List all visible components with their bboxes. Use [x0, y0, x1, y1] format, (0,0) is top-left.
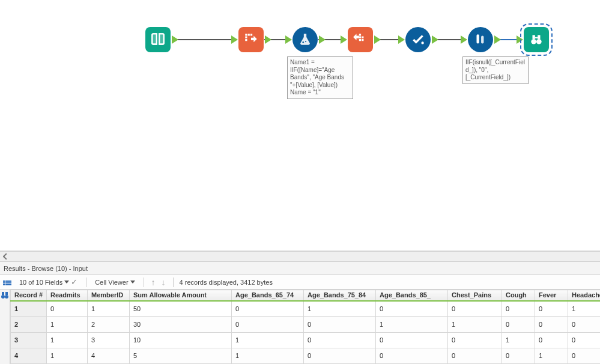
- table-cell[interactable]: 3: [11, 332, 47, 348]
- table-cell[interactable]: 2: [88, 317, 130, 332]
- fields-dropdown[interactable]: 10 of 10 Fields ✓: [17, 278, 80, 287]
- table-cell[interactable]: 1: [232, 332, 304, 348]
- svg-rect-9: [535, 37, 538, 38]
- binoculars-icon: [529, 32, 544, 47]
- crosstab-icon: [353, 32, 368, 47]
- table-cell[interactable]: 2: [11, 317, 47, 332]
- table-cell[interactable]: 0: [304, 317, 376, 332]
- formula-tool[interactable]: [292, 27, 318, 52]
- table-cell[interactable]: 0: [502, 301, 535, 317]
- table-cell[interactable]: 1: [47, 332, 88, 348]
- table-cell[interactable]: 0: [535, 332, 568, 348]
- table-cell[interactable]: 0: [376, 348, 448, 363]
- column-header[interactable]: Fever: [535, 290, 568, 301]
- table-cell[interactable]: 0: [502, 348, 535, 363]
- select-tool[interactable]: [405, 27, 431, 52]
- workflow-canvas[interactable]: Name1 = IIF([Name]="Age Bands", "Age Ban…: [0, 0, 600, 251]
- output-anchor[interactable]: [172, 35, 178, 44]
- table-cell[interactable]: 0: [568, 332, 601, 348]
- output-anchor[interactable]: [265, 35, 271, 44]
- column-header[interactable]: Sum Allowable Amount: [130, 290, 232, 301]
- column-header[interactable]: Record #: [11, 290, 47, 301]
- svg-point-1: [305, 41, 306, 42]
- table-cell[interactable]: 10: [130, 332, 232, 348]
- table-cell[interactable]: 1: [376, 317, 448, 332]
- separator: [173, 278, 174, 287]
- table-cell[interactable]: 0: [232, 317, 304, 332]
- output-anchor[interactable]: [494, 35, 501, 44]
- input-anchor[interactable]: [517, 35, 523, 44]
- table-cell[interactable]: 0: [376, 301, 448, 317]
- column-header[interactable]: Age_Bands_75_84: [304, 290, 376, 301]
- table-cell[interactable]: 0: [47, 301, 88, 317]
- output-anchor[interactable]: [432, 35, 438, 44]
- table-cell[interactable]: 0: [568, 317, 601, 332]
- input-anchor[interactable]: [398, 35, 405, 44]
- formula-annotation: Name1 = IIF([Name]="Age Bands", "Age Ban…: [287, 56, 353, 99]
- cell-viewer-dropdown[interactable]: Cell Viewer: [92, 278, 137, 287]
- input-data-tool[interactable]: [145, 27, 171, 52]
- browse-tool[interactable]: [524, 27, 549, 52]
- table-cell[interactable]: 1: [502, 332, 535, 348]
- svg-rect-18: [2, 292, 4, 295]
- input-anchor[interactable]: [285, 35, 292, 44]
- table-cell[interactable]: 0: [448, 301, 502, 317]
- column-header[interactable]: Age_Bands_65_74: [232, 290, 304, 301]
- table-cell[interactable]: 1: [568, 301, 601, 317]
- column-header[interactable]: MemberID: [88, 290, 130, 301]
- results-left-gutter: [0, 290, 10, 364]
- table-cell[interactable]: 0: [535, 301, 568, 317]
- table-row[interactable]: 41451000010: [11, 348, 601, 363]
- table-cell[interactable]: 1: [47, 348, 88, 363]
- results-table[interactable]: Record # Readmits MemberID Sum Allowable…: [10, 290, 600, 364]
- formula-annotation: IIF(isnull([_CurrentField_]), "0", [_Cur…: [462, 56, 529, 84]
- column-header[interactable]: Readmits: [47, 290, 88, 301]
- table-cell[interactable]: 50: [130, 301, 232, 317]
- sort-asc-button[interactable]: ↑: [150, 278, 157, 287]
- multifield-formula-tool[interactable]: [468, 27, 493, 52]
- table-row[interactable]: 101500100001: [11, 301, 601, 317]
- canvas-horizontal-scrollbar[interactable]: [0, 251, 600, 262]
- input-anchor[interactable]: [231, 35, 238, 44]
- table-cell[interactable]: 0: [376, 332, 448, 348]
- table-cell[interactable]: 0: [448, 348, 502, 363]
- transpose-tool[interactable]: [238, 27, 264, 52]
- table-cell[interactable]: 0: [304, 348, 376, 363]
- table-cell[interactable]: 1: [448, 317, 502, 332]
- input-anchor[interactable]: [461, 35, 467, 44]
- column-header[interactable]: Cough: [502, 290, 535, 301]
- svg-point-17: [5, 295, 8, 299]
- binoculars-icon[interactable]: [0, 291, 10, 299]
- table-cell[interactable]: 1: [88, 301, 130, 317]
- table-row[interactable]: 212300011000: [11, 317, 601, 332]
- sort-desc-button[interactable]: ↓: [160, 278, 167, 287]
- table-cell[interactable]: 0: [232, 301, 304, 317]
- table-cell[interactable]: 0: [568, 348, 601, 363]
- column-header[interactable]: Age_Bands_85_: [376, 290, 448, 301]
- list-view-icon[interactable]: [2, 280, 12, 286]
- input-anchor[interactable]: [341, 35, 347, 44]
- table-cell[interactable]: 1: [232, 348, 304, 363]
- table-cell[interactable]: 0: [304, 332, 376, 348]
- column-header[interactable]: Headache: [568, 290, 601, 301]
- scroll-left-button[interactable]: [0, 252, 11, 261]
- table-cell[interactable]: 1: [11, 301, 47, 317]
- crosstab-tool[interactable]: [348, 27, 373, 52]
- table-header-row: Record # Readmits MemberID Sum Allowable…: [11, 290, 601, 301]
- table-cell[interactable]: 0: [448, 332, 502, 348]
- table-cell[interactable]: 5: [130, 348, 232, 363]
- table-cell[interactable]: 3: [88, 332, 130, 348]
- table-cell[interactable]: 0: [502, 317, 535, 332]
- output-anchor[interactable]: [319, 35, 326, 44]
- table-row[interactable]: 313101000100: [11, 332, 601, 348]
- table-cell[interactable]: 0: [535, 317, 568, 332]
- svg-point-2: [421, 41, 423, 44]
- output-anchor[interactable]: [374, 35, 381, 44]
- table-cell[interactable]: 30: [130, 317, 232, 332]
- table-cell[interactable]: 1: [47, 317, 88, 332]
- table-cell[interactable]: 4: [88, 348, 130, 363]
- column-header[interactable]: Chest_Pains: [448, 290, 502, 301]
- table-cell[interactable]: 1: [304, 301, 376, 317]
- table-cell[interactable]: 4: [11, 348, 47, 363]
- table-cell[interactable]: 1: [535, 348, 568, 363]
